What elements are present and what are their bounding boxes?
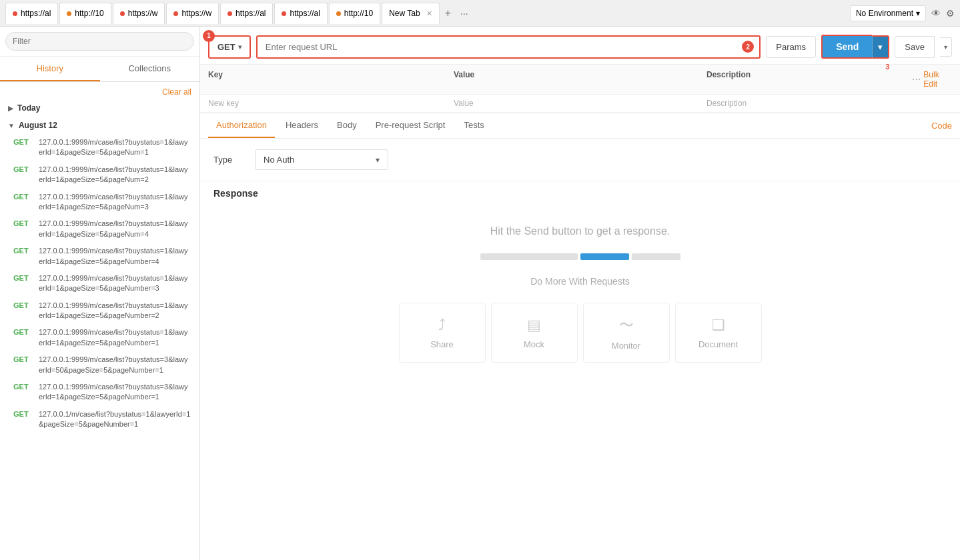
method-badge: GET <box>13 355 33 363</box>
tab-authorization[interactable]: Authorization <box>208 113 275 138</box>
method-badge: GET <box>13 301 33 309</box>
add-tab-button[interactable]: + <box>441 5 455 22</box>
tab-tests[interactable]: Tests <box>456 113 492 138</box>
sidebar: History Collections Clear all ▶ Today ▼ … <box>0 27 200 560</box>
tab-https-w-1[interactable]: https://w <box>113 3 165 24</box>
action-card-share[interactable]: ⤴ Share <box>399 303 486 363</box>
action-card-monitor[interactable]: 〜 Monitor <box>583 303 670 363</box>
tab-http-10-2[interactable]: http://10 <box>329 3 380 24</box>
tab-dot <box>120 11 125 16</box>
new-key-cell[interactable]: New key <box>208 99 454 108</box>
history-url: 127.0.0.1:9999/m/case/list?buystatus=1&l… <box>39 192 191 213</box>
auth-type-value: No Auth <box>264 155 294 165</box>
env-selector-area: No Environment ▾ 👁 ⚙ <box>850 5 955 21</box>
action-card-document[interactable]: ❑ Document <box>675 303 762 363</box>
params-table: Key Value Description ··· Bulk Edit New … <box>200 65 960 113</box>
list-item[interactable]: GET 127.0.0.1:9999/m/case/list?buystatus… <box>0 134 199 161</box>
method-label: GET <box>217 42 235 52</box>
list-item[interactable]: GET 127.0.0.1/m/case/list?buystatus=1&la… <box>0 406 199 433</box>
url-input-wrapper: 2 <box>256 35 761 59</box>
method-dropdown-button[interactable]: GET ▾ <box>208 35 251 59</box>
chevron-down-icon: ▾ <box>878 42 883 52</box>
progress-mid <box>580 253 629 260</box>
table-actions: ··· Bulk Edit <box>912 70 952 89</box>
history-url: 127.0.0.1:9999/m/case/list?buystatus=1&l… <box>39 165 191 185</box>
history-section-today: ▶ Today <box>0 99 199 117</box>
history-url: 127.0.0.1:9999/m/case/list?buystatus=3&l… <box>39 382 191 403</box>
tab-http-10-1[interactable]: http://10 <box>59 3 111 24</box>
send-dropdown-button[interactable]: ▾ <box>872 35 889 59</box>
list-item[interactable]: GET 127.0.0.1:9999/m/case/list?buystatus… <box>0 379 199 406</box>
sidebar-content: Clear all ▶ Today ▼ August 12 GET 127.0.… <box>0 82 199 560</box>
chevron-down-icon: ▼ <box>8 122 15 129</box>
request-area: 1 GET ▾ 2 Params Send ▾ 3 Save ▾ <box>200 27 960 560</box>
tab-https-al-2[interactable]: https://al <box>220 3 273 24</box>
section-header-today[interactable]: ▶ Today <box>0 99 199 117</box>
history-url: 127.0.0.1:9999/m/case/list?buystatus=1&l… <box>39 137 191 158</box>
clear-all-button[interactable]: Clear all <box>0 85 199 99</box>
params-row-new: New key Value Description <box>200 95 960 113</box>
save-button[interactable]: Save <box>895 36 935 58</box>
environment-select[interactable]: No Environment ▾ <box>850 5 926 21</box>
list-item[interactable]: GET 127.0.0.1:9999/m/case/list?buystatus… <box>0 324 199 351</box>
tab-https-al-1[interactable]: https://al <box>5 3 58 24</box>
new-value-cell[interactable]: Value <box>454 99 706 108</box>
tab-dot <box>13 11 17 16</box>
tab-headers[interactable]: Headers <box>278 113 326 138</box>
list-item[interactable]: GET 127.0.0.1:9999/m/case/list?buystatus… <box>0 243 199 270</box>
chevron-down-icon: ▾ <box>916 9 920 18</box>
method-badge: GET <box>13 165 33 173</box>
tab-label: https://al <box>21 9 51 18</box>
tab-new-tab[interactable]: New Tab ✕ <box>382 3 439 24</box>
sidebar-tab-history[interactable]: History <box>0 57 100 81</box>
main-area: History Collections Clear all ▶ Today ▼ … <box>0 27 960 560</box>
list-item[interactable]: GET 127.0.0.1:9999/m/case/list?buystatus… <box>0 297 199 325</box>
method-badge: GET <box>13 383 33 391</box>
tab-dot <box>336 11 341 16</box>
request-tabs: Authorization Headers Body Pre-request S… <box>200 113 960 139</box>
send-group: Send ▾ 3 <box>821 35 889 59</box>
url-input[interactable] <box>256 35 761 59</box>
action-card-mock[interactable]: ▤ Mock <box>491 303 578 363</box>
response-label: Response <box>200 181 960 199</box>
sidebar-tab-collections[interactable]: Collections <box>100 57 200 81</box>
tab-https-w-2[interactable]: https://w <box>166 3 219 24</box>
section-header-aug12[interactable]: ▼ August 12 <box>0 117 199 134</box>
mock-icon: ▤ <box>527 317 541 334</box>
col-header-description: Description <box>706 70 912 89</box>
tab-pre-request-script[interactable]: Pre-request Script <box>368 113 454 138</box>
method-badge: GET <box>13 138 33 146</box>
tab-body[interactable]: Body <box>329 113 365 138</box>
chevron-down-icon: ▾ <box>238 43 242 51</box>
auth-type-select[interactable]: No Auth ▾ <box>255 149 388 170</box>
list-item[interactable]: GET 127.0.0.1:9999/m/case/list?buystatus… <box>0 215 199 243</box>
method-badge: GET <box>13 410 33 418</box>
env-label: No Environment <box>856 9 913 18</box>
gear-icon[interactable]: ⚙ <box>946 8 955 19</box>
share-label: Share <box>430 339 454 349</box>
response-section: Response Hit the Send button to get a re… <box>200 181 960 560</box>
tab-close-icon[interactable]: ✕ <box>426 9 432 18</box>
code-link[interactable]: Code <box>931 121 952 131</box>
new-desc-cell[interactable]: Description <box>706 99 952 108</box>
tab-label: https://al <box>235 9 266 18</box>
bulk-edit-button[interactable]: Bulk Edit <box>923 70 952 89</box>
do-more-title: Do More With Requests <box>530 276 630 287</box>
list-item[interactable]: GET 127.0.0.1:9999/m/case/list?buystatus… <box>0 189 199 216</box>
list-item[interactable]: GET 127.0.0.1:9999/m/case/list?buystatus… <box>0 351 199 379</box>
more-options-icon[interactable]: ··· <box>912 73 921 85</box>
params-button[interactable]: Params <box>766 36 816 58</box>
tab-label: http://10 <box>344 9 373 18</box>
list-item[interactable]: GET 127.0.0.1:9999/m/case/list?buystatus… <box>0 161 199 189</box>
filter-input[interactable] <box>5 32 194 51</box>
send-button[interactable]: Send <box>821 35 872 59</box>
col-header-key: Key <box>208 70 454 89</box>
tab-dot <box>227 11 232 16</box>
method-badge: GET <box>13 274 33 282</box>
eye-icon[interactable]: 👁 <box>931 8 941 19</box>
list-item[interactable]: GET 127.0.0.1:9999/m/case/list?buystatus… <box>0 270 199 297</box>
auth-type-row: Type No Auth ▾ <box>213 149 947 170</box>
save-dropdown-button[interactable]: ▾ <box>940 37 952 57</box>
more-tabs-button[interactable]: ··· <box>456 5 472 21</box>
tab-https-al-3[interactable]: https://al <box>274 3 327 24</box>
